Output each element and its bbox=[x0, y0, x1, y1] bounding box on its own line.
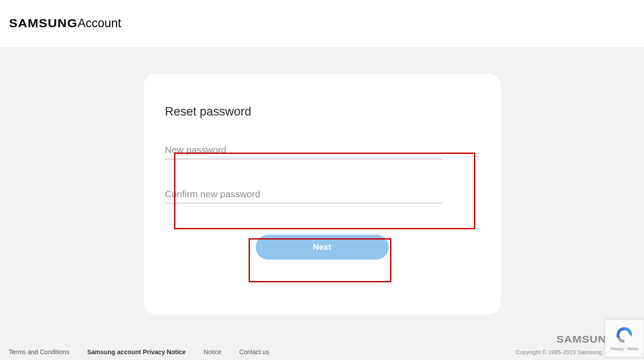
footer-link-privacy[interactable]: Samsung account Privacy Notice bbox=[87, 348, 186, 356]
recaptcha-icon bbox=[615, 325, 634, 345]
page-title: Reset password bbox=[165, 105, 479, 119]
footer-link-terms[interactable]: Terms and Conditions bbox=[9, 348, 69, 356]
footer-links: Terms and Conditions Samsung account Pri… bbox=[9, 348, 269, 356]
content-area: Reset password Next bbox=[0, 47, 644, 323]
reset-password-card: Reset password Next bbox=[144, 74, 501, 314]
logo[interactable]: SAMSUNG Account bbox=[9, 17, 121, 30]
logo-suffix-text: Account bbox=[78, 17, 121, 30]
confirm-password-input[interactable] bbox=[165, 185, 443, 203]
footer-link-notice[interactable]: Notice bbox=[204, 348, 221, 356]
recaptcha-links: Privacy - Terms bbox=[611, 347, 638, 351]
recaptcha-badge[interactable]: Privacy - Terms bbox=[605, 319, 644, 357]
recaptcha-privacy-link[interactable]: Privacy bbox=[611, 347, 624, 351]
header: SAMSUNG Account bbox=[0, 0, 644, 47]
next-button[interactable]: Next bbox=[256, 235, 389, 260]
confirm-password-wrapper bbox=[165, 185, 479, 203]
footer: Terms and Conditions Samsung account Pri… bbox=[0, 323, 644, 360]
recaptcha-terms-link[interactable]: Terms bbox=[627, 347, 638, 351]
logo-brand-text: SAMSUNG bbox=[9, 17, 78, 30]
new-password-input[interactable] bbox=[165, 141, 443, 159]
footer-link-contact[interactable]: Contact us bbox=[239, 348, 269, 356]
new-password-wrapper bbox=[165, 141, 479, 159]
